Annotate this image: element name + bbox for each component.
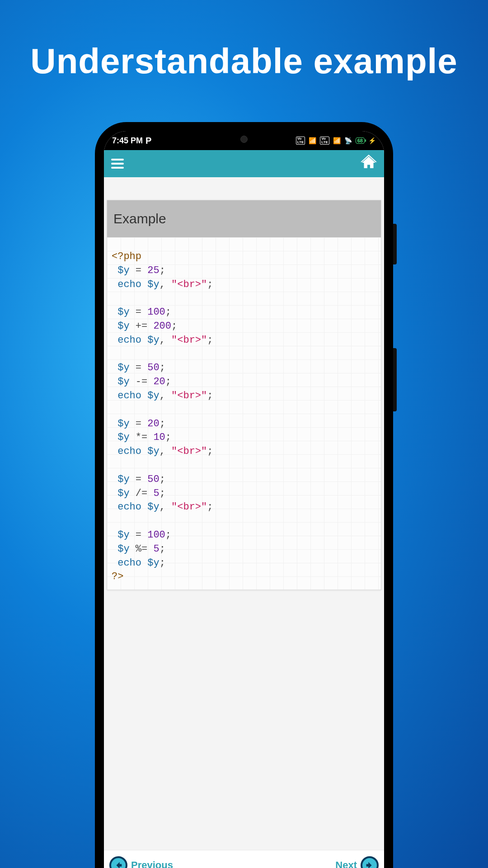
code-block: <?php $y = 25; echo $y, "<br>"; $y = 100… bbox=[107, 237, 381, 590]
phone-frame: 7:45 PM P ⏰ VoLTE 📶 VoLTE 📶 📡 68 ⚡ bbox=[95, 122, 393, 868]
phone-notch bbox=[192, 131, 296, 146]
phone-side-button bbox=[393, 224, 397, 264]
next-label: Next bbox=[335, 859, 357, 868]
next-button[interactable]: Next bbox=[335, 856, 379, 868]
home-icon[interactable] bbox=[361, 155, 377, 173]
status-time: 7:45 PM bbox=[112, 136, 143, 146]
arrow-right-icon bbox=[361, 856, 379, 868]
example-header: Example bbox=[107, 200, 381, 237]
phone-side-button bbox=[393, 348, 397, 411]
charging-icon: ⚡ bbox=[368, 137, 376, 144]
phone-screen: 7:45 PM P ⏰ VoLTE 📶 VoLTE 📶 📡 68 ⚡ bbox=[104, 131, 384, 868]
signal-icon: 📶 bbox=[333, 137, 341, 144]
battery-icon: 68 bbox=[356, 137, 365, 144]
bottom-nav: Previous Next bbox=[104, 850, 384, 868]
status-indicator: P bbox=[145, 136, 151, 146]
volte-icon: VoLTE bbox=[320, 137, 329, 145]
hamburger-icon[interactable] bbox=[111, 159, 124, 169]
example-card: Example <?php $y = 25; echo $y, "<br>"; … bbox=[107, 200, 381, 590]
arrow-left-icon bbox=[109, 856, 127, 868]
volte-icon: VoLTE bbox=[296, 137, 305, 145]
app-bar bbox=[104, 150, 384, 177]
signal-icon: 📶 bbox=[309, 137, 316, 144]
page-title: Understandable example bbox=[0, 41, 488, 82]
content-area[interactable]: Example <?php $y = 25; echo $y, "<br>"; … bbox=[104, 177, 384, 850]
previous-label: Previous bbox=[131, 859, 173, 868]
previous-button[interactable]: Previous bbox=[109, 856, 173, 868]
wifi-icon: 📡 bbox=[344, 137, 352, 144]
